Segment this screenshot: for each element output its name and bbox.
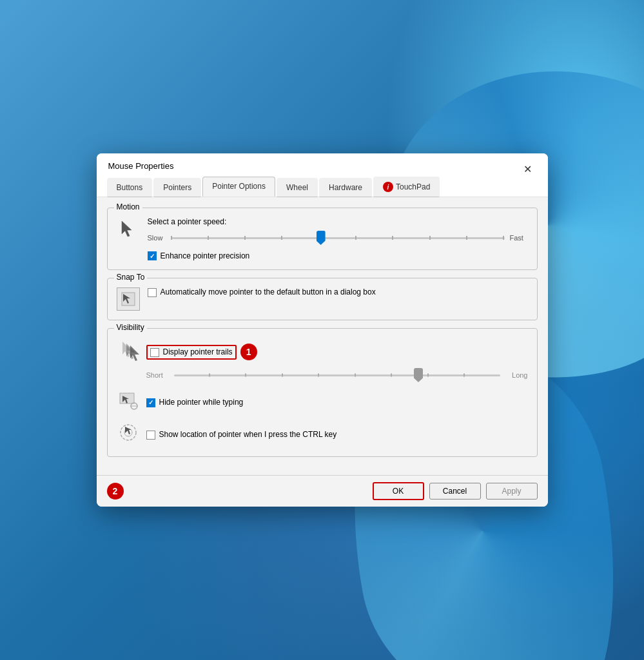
cursor-motion-icon [117,220,140,244]
hide-typing-checkbox[interactable] [146,398,155,407]
precision-row: Enhance pointer precision [148,251,528,260]
trail-slider-track [174,374,500,376]
visibility-section-label: Visibility [114,323,147,332]
trail-dot [463,374,465,377]
trail-dot [209,374,210,377]
trail-slider-thumb[interactable] [414,368,423,382]
step-1-badge: 1 [240,344,257,360]
trail-cursor-icon [117,339,140,365]
show-location-label: Show location of pointer when I press th… [159,430,337,439]
slider-dots [171,236,505,240]
snapto-content: Automatically move pointer to the defaul… [117,287,528,311]
short-label: Short [146,371,169,379]
tab-touchpad[interactable]: i TouchPad [373,177,440,197]
speed-slider-track [171,237,505,239]
trail-checkbox[interactable] [150,348,159,357]
slider-dot [503,236,504,240]
snapto-section: Snap To Automatically move pointer to th… [107,278,538,320]
visibility-section: Visibility [107,328,538,457]
snapto-section-label: Snap To [114,273,148,282]
tab-pointers[interactable]: Pointers [153,178,201,197]
motion-content: Select a pointer speed: Slow [117,217,528,260]
slider-dot [208,236,209,240]
cancel-button[interactable]: Cancel [429,483,481,500]
location-cursor-icon [117,422,140,447]
apply-button[interactable]: Apply [486,483,538,500]
mouse-properties-dialog: Mouse Properties Buttons Pointers Pointe… [97,153,548,507]
slider-dot [429,236,431,240]
touchpad-brand-icon: i [383,182,393,192]
fast-label: Fast [510,234,528,242]
trail-dot [318,374,319,377]
speed-slider-thumb[interactable] [317,231,326,245]
trail-dots [174,374,500,377]
show-location-checkbox[interactable] [146,431,155,440]
speed-slider-container[interactable] [171,230,505,246]
tabs-container: Buttons Pointers Pointer Options Wheel H… [107,176,442,197]
snapto-icon [117,287,140,311]
snapto-checkbox-container[interactable]: Automatically move pointer to the defaul… [148,287,376,297]
close-button[interactable]: ✕ [513,159,543,179]
slider-dot [466,236,467,240]
hide-typing-label: Hide pointer while typing [159,398,244,407]
slider-dot [355,236,356,240]
trail-highlight-box: Display pointer trails [146,345,237,360]
title-bar-left: Mouse Properties Buttons Pointers Pointe… [107,161,442,197]
precision-label: Enhance pointer precision [161,251,250,260]
slider-dot [392,236,393,240]
trail-slider[interactable] [174,367,500,383]
hide-typing-item: Hide pointer while typing [117,389,528,415]
slider-dot [281,236,282,240]
trail-dot [355,374,356,377]
trail-dot [282,374,283,377]
hide-typing-container[interactable]: Hide pointer while typing [146,398,244,407]
step-2-badge: 2 [107,483,124,500]
precision-checkbox[interactable] [148,251,157,260]
bottom-bar-left: 2 [107,483,367,500]
show-location-container[interactable]: Show location of pointer when I press th… [146,430,337,440]
trail-right: Display pointer trails 1 [146,344,257,360]
speed-label: Select a pointer speed: [148,217,528,226]
trail-dot [391,374,392,377]
slow-label: Slow [148,234,166,242]
motion-section: Motion Select a pointer speed: Slow [107,208,538,270]
long-label: Long [505,371,528,379]
ok-button[interactable]: OK [373,482,424,500]
dialog-content: Motion Select a pointer speed: Slow [97,197,548,475]
bottom-bar: 2 OK Cancel Apply [97,475,548,507]
speed-row: Slow [148,230,528,246]
trail-dot [427,374,429,377]
title-bar: Mouse Properties Buttons Pointers Pointe… [97,153,548,197]
motion-section-label: Motion [114,202,142,211]
tab-buttons[interactable]: Buttons [107,178,153,197]
tab-wheel[interactable]: Wheel [277,178,318,197]
show-location-item: Show location of pointer when I press th… [117,422,528,447]
slider-dot [171,236,172,240]
trail-label: Display pointer trails [163,347,233,356]
trail-dot [245,374,246,377]
trail-item: Display pointer trails 1 [117,339,528,365]
dialog-title: Mouse Properties [107,161,442,171]
tab-hardware[interactable]: Hardware [319,178,372,197]
motion-right: Select a pointer speed: Slow [148,217,528,260]
snapto-label: Automatically move pointer to the defaul… [161,287,376,296]
slider-dot [244,236,246,240]
trail-slider-container: Short [117,367,528,383]
snapto-checkbox[interactable] [148,288,157,297]
hide-cursor-icon [117,389,140,415]
tab-pointer-options[interactable]: Pointer Options [202,177,275,197]
